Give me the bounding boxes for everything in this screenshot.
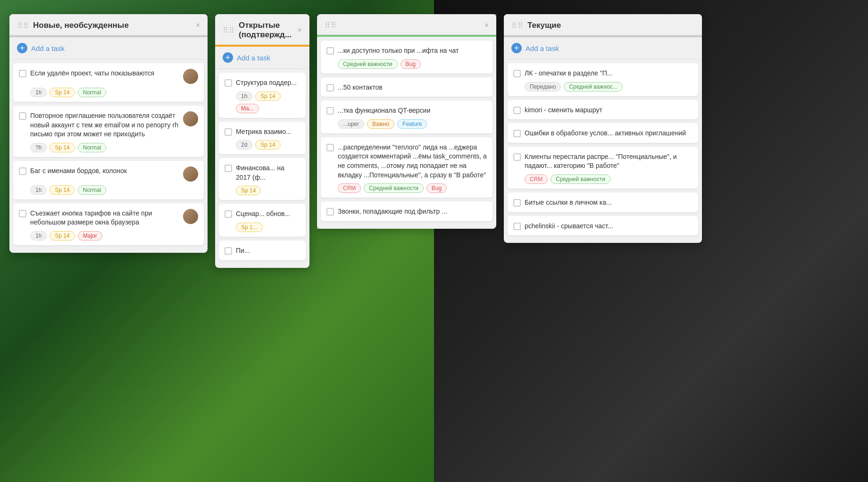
task-text: Съезжает кнопка тарифов на сайте при неб… bbox=[30, 209, 179, 227]
task-text: ЛК - опечатки в разделе "П... bbox=[525, 69, 693, 78]
task-checkbox[interactable] bbox=[513, 130, 521, 137]
task-checkbox[interactable] bbox=[225, 79, 232, 87]
drag-handle-icon[interactable]: ⠿⠿ bbox=[223, 26, 235, 35]
column-open-left: ⠿⠿ Открытые (подтвержд... × + Add a task… bbox=[215, 14, 309, 268]
task-checkbox[interactable] bbox=[326, 144, 334, 151]
close-column-btn[interactable]: × bbox=[196, 22, 200, 29]
task-text: ...тка функционала QT-версии bbox=[338, 106, 487, 116]
add-task-icon: + bbox=[511, 43, 522, 53]
task-card: Метрика взаимо... 2d Sp 14 bbox=[219, 122, 306, 155]
task-card: Повторное приглашение пользователя созда… bbox=[13, 106, 204, 157]
add-task-button[interactable]: + Add a task bbox=[9, 37, 208, 59]
task-text: Пи... bbox=[236, 246, 300, 256]
task-card: ...50 контактов bbox=[321, 77, 492, 97]
tag-feature: Feature bbox=[397, 119, 427, 129]
tag-sp: Sp 14 bbox=[50, 231, 75, 241]
column-header-left: ⠿⠿ Открытые (подтвержд... bbox=[223, 21, 298, 40]
task-text: kimori - сменить маршрут bbox=[525, 106, 693, 115]
task-card-top: ЛК - опечатки в разделе "П... bbox=[513, 69, 693, 78]
tag-bug: Bug bbox=[401, 59, 421, 69]
task-card-top: Звонки, попадающие под фильтр ... bbox=[326, 207, 487, 216]
task-card: Сценар... обнов... Sp 1... bbox=[219, 204, 306, 237]
tag-sp: Sp 1... bbox=[236, 223, 263, 232]
tag-normal: Normal bbox=[78, 185, 107, 195]
column-title-open: Открытые (подтвержд... bbox=[239, 21, 298, 40]
task-card-top: Ошибки в обработке услов... активных при… bbox=[513, 129, 693, 138]
task-checkbox[interactable] bbox=[19, 210, 26, 217]
task-card: ...ки доступно только при ...ифта на чат… bbox=[321, 41, 492, 74]
task-text: Ошибки в обработке услов... активных при… bbox=[525, 129, 693, 138]
task-tags: Sp 1... bbox=[225, 223, 300, 232]
column-new: ⠿⠿ Новые, необсужденные × + Add a task Е… bbox=[9, 14, 208, 253]
add-task-label: Add a task bbox=[31, 44, 65, 52]
task-checkbox[interactable] bbox=[513, 223, 521, 230]
task-checkbox[interactable] bbox=[225, 247, 232, 255]
task-card-top: Финансова... на 2017 (ф... bbox=[225, 164, 300, 182]
task-text: Баг с именами бордов, колонок bbox=[30, 166, 179, 176]
tasks-list-new: Если удалён проект, чаты показываются 1h… bbox=[9, 59, 208, 253]
task-card-top: ...тка функционала QT-версии bbox=[326, 106, 487, 116]
tasks-list-overlay: ...ки доступно только при ...ифта на чат… bbox=[317, 37, 496, 229]
tag-time: 1h bbox=[30, 185, 47, 195]
tag-peredano: Передано bbox=[525, 82, 561, 91]
add-task-label: Add a task bbox=[526, 44, 559, 52]
task-card-top: Пи... bbox=[225, 246, 300, 256]
tasks-list-open: Структура поддер... 1h Sp 14 Ma... Метри… bbox=[215, 69, 309, 268]
tag-major: Major bbox=[78, 231, 102, 241]
task-card-top: Если удалён проект, чаты показываются bbox=[19, 69, 198, 84]
close-column-btn[interactable]: × bbox=[298, 26, 302, 34]
task-card: Структура поддер... 1h Sp 14 Ma... bbox=[219, 73, 306, 118]
task-card: Съезжает кнопка тарифов на сайте при неб… bbox=[13, 203, 204, 245]
task-card: Битые ссылки в личном ка... bbox=[508, 192, 698, 212]
task-checkbox[interactable] bbox=[513, 70, 521, 77]
add-task-button[interactable]: + Add a task bbox=[504, 37, 702, 59]
column-header-current: ⠿⠿ Текущие bbox=[504, 14, 702, 35]
column-title-new: Новые, необсужденные bbox=[33, 21, 129, 30]
close-column-btn[interactable]: × bbox=[484, 22, 489, 29]
task-card-top: ...распределении "теплого" лида на ...ед… bbox=[326, 143, 487, 180]
task-checkbox[interactable] bbox=[19, 112, 26, 120]
task-card: ЛК - опечатки в разделе "П... Передано С… bbox=[508, 63, 698, 96]
task-checkbox[interactable] bbox=[326, 107, 334, 115]
column-overlay: ⠿⠿ × ...ки доступно только при ...ифта н… bbox=[317, 14, 496, 229]
task-card: Пи... bbox=[219, 241, 306, 260]
avatar bbox=[183, 111, 198, 126]
add-task-icon: + bbox=[223, 52, 233, 63]
drag-handle-icon[interactable]: ⠿⠿ bbox=[511, 21, 524, 30]
task-tags: Средней важности Bug bbox=[326, 59, 487, 69]
task-text: Метрика взаимо... bbox=[236, 127, 300, 137]
task-text: Повторное приглашение пользователя созда… bbox=[30, 111, 179, 139]
task-card-top: Метрика взаимо... bbox=[225, 127, 300, 137]
task-card-top: Съезжает кнопка тарифов на сайте при неб… bbox=[19, 209, 198, 227]
task-text: ...распределении "теплого" лида на ...ед… bbox=[338, 143, 487, 180]
task-card: pchelinskii - срывается част... bbox=[508, 216, 698, 236]
task-checkbox[interactable] bbox=[513, 153, 521, 161]
drag-handle-icon[interactable]: ⠿⠿ bbox=[325, 21, 337, 30]
avatar bbox=[183, 166, 198, 182]
task-checkbox[interactable] bbox=[513, 199, 521, 207]
task-checkbox[interactable] bbox=[326, 84, 334, 91]
task-checkbox[interactable] bbox=[225, 165, 232, 172]
task-checkbox[interactable] bbox=[225, 128, 232, 136]
add-task-label: Add a task bbox=[237, 54, 270, 62]
task-checkbox[interactable] bbox=[326, 208, 334, 216]
drag-handle-icon[interactable]: ⠿⠿ bbox=[17, 21, 29, 30]
task-checkbox[interactable] bbox=[326, 47, 334, 55]
task-checkbox[interactable] bbox=[513, 107, 521, 114]
task-card-top: Битые ссылки в личном ка... bbox=[513, 198, 693, 208]
task-card-top: ...ки доступно только при ...ифта на чат bbox=[326, 46, 487, 56]
task-tags: CRM Средней важности bbox=[513, 175, 693, 184]
task-card: Ошибки в обработке услов... активных при… bbox=[508, 123, 698, 143]
tag-sredney: Средней важности bbox=[364, 183, 424, 193]
tag-major: Ma... bbox=[236, 104, 259, 113]
tag-sp: Sp 14 bbox=[255, 91, 280, 101]
task-text: Финансова... на 2017 (ф... bbox=[236, 164, 300, 182]
task-checkbox[interactable] bbox=[19, 167, 26, 175]
task-card-top: Клиенты перестали распре... "Потенциальн… bbox=[513, 152, 693, 171]
column-header-left: ⠿⠿ Новые, необсужденные bbox=[17, 21, 129, 30]
task-checkbox[interactable] bbox=[19, 70, 26, 77]
column-header-overlay: ⠿⠿ × bbox=[317, 14, 496, 35]
task-checkbox[interactable] bbox=[225, 210, 232, 218]
add-task-button[interactable]: + Add a task bbox=[215, 47, 309, 69]
task-tags: CRM Средней важности Bug bbox=[326, 183, 487, 193]
